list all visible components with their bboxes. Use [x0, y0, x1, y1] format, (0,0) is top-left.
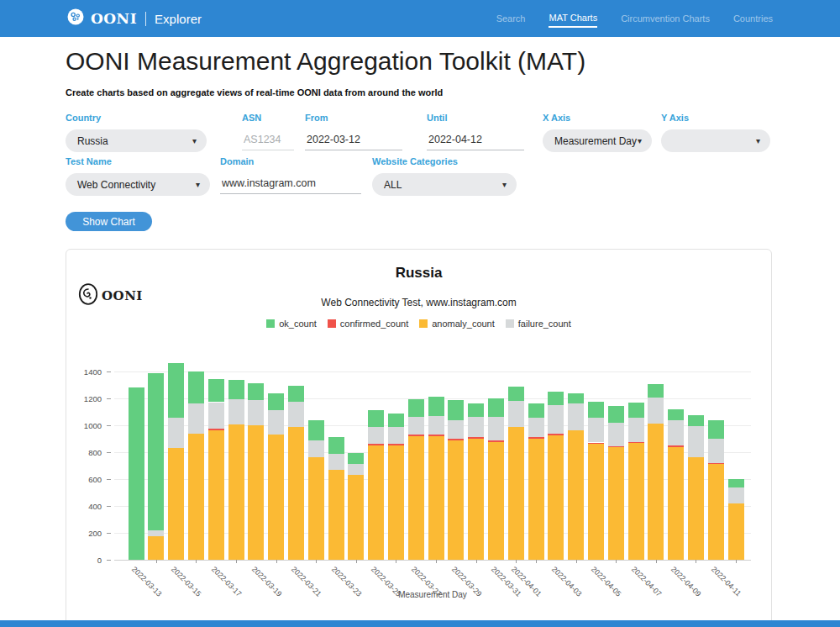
nav-item-countries[interactable]: Countries [733, 10, 773, 27]
bar-segment-failure_count[interactable] [188, 403, 204, 434]
bar-segment-failure_count[interactable] [548, 405, 564, 434]
bar-segment-anomaly_count[interactable] [688, 457, 704, 560]
bar-segment-failure_count[interactable] [308, 440, 324, 458]
bar-segment-anomaly_count[interactable] [288, 427, 304, 560]
bar-segment-anomaly_count[interactable] [528, 439, 544, 560]
bar-segment-ok_count[interactable] [388, 414, 404, 428]
show-chart-button[interactable]: Show Chart [66, 212, 152, 231]
bar-segment-failure_count[interactable] [568, 403, 584, 430]
bar-segment-failure_count[interactable] [288, 402, 304, 427]
bar-segment-anomaly_count[interactable] [148, 536, 164, 560]
bar-segment-failure_count[interactable] [628, 418, 644, 442]
bar-segment-anomaly_count[interactable] [668, 447, 684, 560]
bar-segment-anomaly_count[interactable] [348, 475, 364, 560]
bar-segment-ok_count[interactable] [408, 399, 424, 417]
bar-segment-failure_count[interactable] [408, 417, 424, 435]
bar-segment-failure_count[interactable] [248, 400, 264, 425]
ooni-explorer-logo[interactable]: OONI Explorer [67, 8, 202, 29]
website-categories-select[interactable]: ALL ▾ [372, 173, 517, 196]
test-name-select[interactable]: Web Connectivity ▾ [66, 173, 210, 196]
bar-segment-failure_count[interactable] [688, 426, 704, 458]
bar-segment-ok_count[interactable] [348, 453, 364, 465]
bar-segment-confirmed_count[interactable] [388, 444, 404, 445]
bar-segment-ok_count[interactable] [648, 384, 664, 398]
bar-segment-ok_count[interactable] [308, 420, 324, 440]
bar-segment-ok_count[interactable] [268, 393, 284, 410]
bar-segment-ok_count[interactable] [608, 406, 624, 423]
bar-segment-anomaly_count[interactable] [408, 436, 424, 560]
bar-segment-anomaly_count[interactable] [708, 464, 724, 560]
bar-segment-ok_count[interactable] [628, 403, 644, 418]
bar-segment-anomaly_count[interactable] [268, 435, 284, 560]
bar-segment-failure_count[interactable] [508, 401, 524, 427]
bar-segment-anomaly_count[interactable] [468, 439, 484, 560]
bar-segment-ok_count[interactable] [508, 387, 524, 401]
bar-segment-failure_count[interactable] [328, 454, 344, 469]
legend-item-anomaly_count[interactable]: anomaly_count [419, 319, 495, 329]
bar-segment-anomaly_count[interactable] [648, 424, 664, 560]
bar-segment-anomaly_count[interactable] [488, 442, 504, 560]
until-date-input[interactable] [427, 129, 524, 150]
bar-segment-failure_count[interactable] [528, 418, 544, 437]
bar-segment-failure_count[interactable] [368, 427, 384, 444]
domain-input[interactable] [220, 173, 361, 194]
bar-segment-failure_count[interactable] [608, 423, 624, 446]
bar-segment-ok_count[interactable] [668, 409, 684, 421]
bar-segment-failure_count[interactable] [268, 410, 284, 435]
bar-segment-ok_count[interactable] [148, 373, 164, 530]
bar-segment-anomaly_count[interactable] [628, 443, 644, 560]
bar-segment-anomaly_count[interactable] [208, 430, 224, 560]
bar-segment-failure_count[interactable] [448, 420, 464, 439]
bar-segment-confirmed_count[interactable] [468, 437, 484, 439]
from-date-input[interactable] [305, 129, 402, 150]
bar-segment-confirmed_count[interactable] [408, 435, 424, 436]
bar-segment-ok_count[interactable] [688, 415, 704, 426]
bar-segment-failure_count[interactable] [488, 417, 504, 441]
bar-segment-anomaly_count[interactable] [728, 503, 744, 560]
bar-segment-ok_count[interactable] [168, 363, 184, 418]
bar-segment-ok_count[interactable] [728, 479, 744, 487]
bar-segment-ok_count[interactable] [129, 387, 144, 560]
nav-item-circumvention-charts[interactable]: Circumvention Charts [621, 10, 710, 27]
bar-segment-failure_count[interactable] [728, 487, 744, 503]
bar-segment-ok_count[interactable] [328, 437, 344, 455]
bar-segment-failure_count[interactable] [648, 398, 664, 424]
bar-segment-confirmed_count[interactable] [528, 437, 544, 439]
bar-segment-ok_count[interactable] [568, 393, 584, 403]
asn-input[interactable] [242, 129, 294, 150]
bar-segment-anomaly_count[interactable] [368, 445, 384, 560]
x-axis-select[interactable]: Measurement Day ▾ [543, 129, 652, 152]
bar-segment-failure_count[interactable] [668, 420, 684, 445]
bar-segment-confirmed_count[interactable] [548, 434, 564, 435]
bar-segment-anomaly_count[interactable] [168, 448, 184, 560]
bar-segment-anomaly_count[interactable] [568, 430, 584, 560]
bar-segment-ok_count[interactable] [588, 402, 604, 418]
bar-segment-ok_count[interactable] [228, 380, 244, 398]
bar-segment-ok_count[interactable] [208, 379, 224, 403]
bar-segment-confirmed_count[interactable] [708, 463, 724, 464]
bar-segment-ok_count[interactable] [428, 397, 444, 416]
bar-segment-ok_count[interactable] [528, 403, 544, 418]
legend-item-ok_count[interactable]: ok_count [266, 319, 317, 329]
bar-segment-anomaly_count[interactable] [248, 425, 264, 560]
bar-segment-confirmed_count[interactable] [368, 444, 384, 445]
bar-segment-anomaly_count[interactable] [388, 445, 404, 560]
y-axis-select[interactable]: ▾ [661, 129, 770, 152]
bar-segment-confirmed_count[interactable] [488, 440, 504, 442]
bar-segment-failure_count[interactable] [228, 399, 244, 424]
bar-segment-failure_count[interactable] [388, 427, 404, 444]
bar-segment-confirmed_count[interactable] [588, 443, 604, 445]
country-select[interactable]: Russia ▾ [66, 129, 207, 152]
bar-segment-confirmed_count[interactable] [448, 439, 464, 440]
bar-segment-ok_count[interactable] [188, 371, 204, 403]
bar-segment-confirmed_count[interactable] [628, 442, 644, 443]
bar-segment-confirmed_count[interactable] [608, 446, 624, 448]
nav-item-search[interactable]: Search [496, 10, 526, 27]
bar-segment-failure_count[interactable] [428, 416, 444, 435]
bar-segment-failure_count[interactable] [468, 417, 484, 437]
bar-segment-confirmed_count[interactable] [668, 445, 684, 447]
bar-segment-anomaly_count[interactable] [548, 435, 564, 560]
bar-segment-anomaly_count[interactable] [608, 447, 624, 560]
nav-item-mat-charts[interactable]: MAT Charts [549, 9, 597, 28]
bar-segment-ok_count[interactable] [448, 400, 464, 419]
